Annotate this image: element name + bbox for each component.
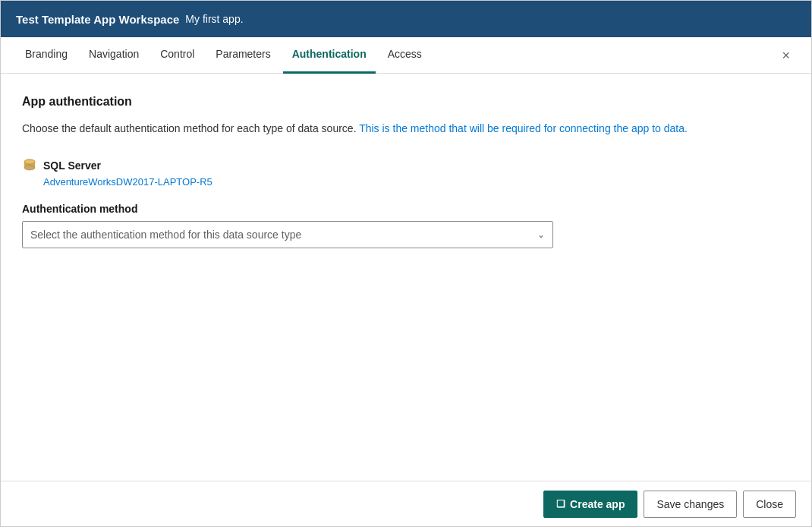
tab-navigation[interactable]: Navigation	[80, 37, 148, 74]
tab-control[interactable]: Control	[151, 37, 203, 74]
description-link[interactable]: This is the method that will be required…	[359, 122, 688, 134]
main-content: App authentication Choose the default au…	[1, 74, 811, 481]
chevron-down-icon: ⌄	[537, 229, 545, 240]
tab-navigation-label: Navigation	[89, 48, 139, 60]
tabs-bar: Branding Navigation Control Parameters A…	[1, 37, 811, 74]
sql-server-icon	[22, 158, 37, 173]
tab-access[interactable]: Access	[379, 37, 431, 74]
description-text: Choose the default authentication method…	[22, 121, 790, 137]
tab-branding[interactable]: Branding	[16, 37, 77, 74]
dialog-header: Test Template App Workspace My first app…	[1, 1, 811, 37]
close-label: Close	[756, 498, 783, 510]
tab-authentication[interactable]: Authentication	[283, 37, 376, 74]
create-app-label: Create app	[570, 498, 625, 510]
svg-point-2	[24, 166, 35, 170]
svg-point-3	[24, 159, 35, 164]
tab-control-label: Control	[160, 48, 194, 60]
save-changes-label: Save changes	[656, 498, 724, 510]
datasource-block: SQL Server AdventureWorksDW2017-LAPTOP-R…	[22, 158, 790, 188]
tab-branding-label: Branding	[25, 48, 68, 60]
section-title: App authentication	[22, 95, 790, 109]
create-app-button[interactable]: ❏ Create app	[543, 491, 637, 518]
datasource-header: SQL Server	[22, 158, 790, 173]
auth-method-label: Authentication method	[22, 203, 790, 215]
dropdown-placeholder: Select the authentication method for thi…	[30, 229, 301, 241]
close-icon-button[interactable]: ×	[776, 46, 796, 65]
tab-access-label: Access	[388, 48, 422, 60]
create-app-icon: ❏	[556, 498, 565, 510]
tab-parameters[interactable]: Parameters	[206, 37, 279, 74]
tab-authentication-label: Authentication	[292, 48, 367, 60]
footer: ❏ Create app Save changes Close	[1, 481, 811, 526]
close-button[interactable]: Close	[743, 491, 796, 518]
tab-parameters-label: Parameters	[216, 48, 270, 60]
datasource-name: SQL Server	[43, 159, 101, 172]
datasource-server: AdventureWorksDW2017-LAPTOP-R5	[43, 176, 790, 188]
auth-method-dropdown[interactable]: Select the authentication method for thi…	[22, 221, 553, 248]
dialog: Test Template App Workspace My first app…	[0, 0, 812, 527]
app-subtitle: My first app.	[185, 13, 243, 25]
workspace-title: Test Template App Workspace	[16, 13, 179, 26]
save-changes-button[interactable]: Save changes	[644, 491, 737, 518]
description-part1: Choose the default authentication method…	[22, 122, 359, 134]
close-icon: ×	[782, 48, 790, 63]
